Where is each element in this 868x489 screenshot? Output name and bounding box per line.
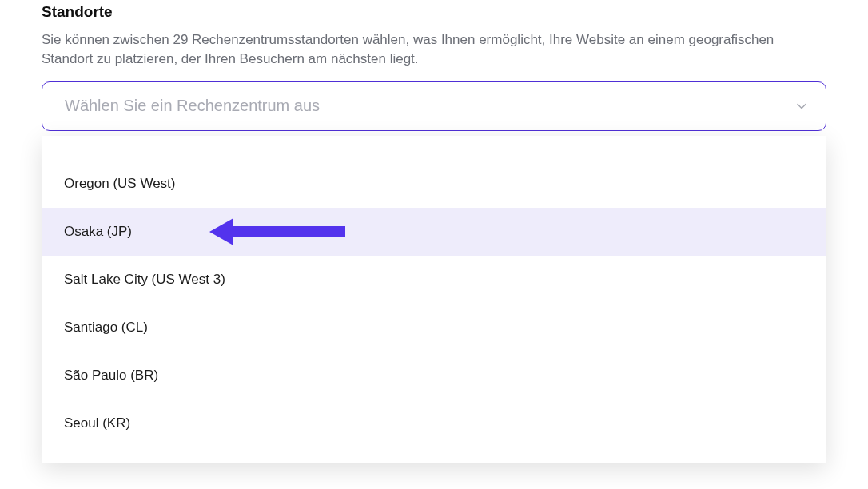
dropdown-option[interactable] [42, 447, 826, 463]
pointer-arrow-icon [209, 218, 345, 245]
option-label: Santiago (CL) [64, 320, 148, 336]
dropdown-option[interactable]: Salt Lake City (US West 3) [42, 256, 826, 304]
dropdown-option[interactable]: Osaka (JP) [42, 208, 826, 256]
section-title: Standorte [42, 0, 826, 21]
section-description: Sie können zwischen 29 Rechenzentrumssta… [42, 30, 826, 69]
option-label: São Paulo (BR) [64, 368, 158, 384]
dropdown-option[interactable]: Oregon (US West) [42, 160, 826, 208]
option-label: Salt Lake City (US West 3) [64, 272, 225, 288]
option-label: Osaka (JP) [64, 224, 132, 240]
chevron-down-icon [795, 100, 808, 113]
svg-marker-0 [209, 218, 345, 245]
option-label: Seoul (KR) [64, 415, 130, 431]
dropdown-option[interactable]: Santiago (CL) [42, 304, 826, 352]
dropdown-option[interactable]: São Paulo (BR) [42, 352, 826, 400]
dropdown-option[interactable]: Seoul (KR) [42, 400, 826, 447]
select-placeholder: Wählen Sie ein Rechenzentrum aus [65, 97, 320, 115]
dropdown-list: Oregon (US West)Osaka (JP)Salt Lake City… [42, 136, 826, 463]
datacenter-select[interactable]: Wählen Sie ein Rechenzentrum aus [42, 82, 826, 131]
dropdown-option[interactable] [42, 136, 826, 160]
option-label: Oregon (US West) [64, 176, 176, 192]
